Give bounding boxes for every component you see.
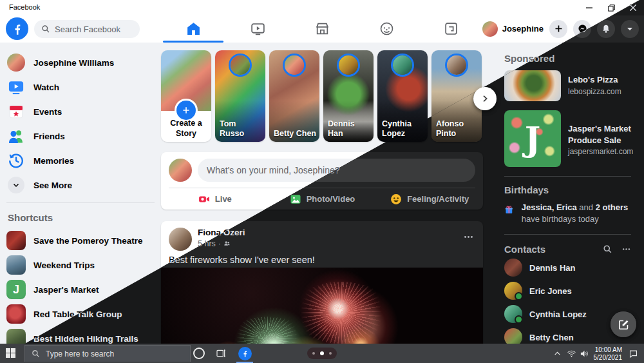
live-video-button[interactable]: Live (161, 188, 269, 210)
create-button[interactable] (549, 20, 567, 38)
events-calendar-icon (6, 102, 26, 121)
profile-chip[interactable]: Josephine (482, 21, 544, 37)
caret-down-icon (625, 25, 634, 34)
contact-avatar (504, 328, 522, 344)
sidebar-divider (6, 202, 155, 203)
facebook-app-window: Facebook (0, 0, 644, 363)
taskbar-facebook-app[interactable] (236, 344, 254, 363)
sidebar-item-friends[interactable]: Friends (0, 124, 161, 148)
create-story-card[interactable]: Create aStory (161, 50, 211, 142)
new-message-button[interactable] (611, 311, 636, 337)
sidebar-item-events[interactable]: Events (0, 99, 161, 124)
start-button[interactable] (6, 348, 15, 358)
post-image-fireworks[interactable] (161, 268, 483, 344)
online-dot (515, 315, 523, 324)
ad-image (504, 70, 561, 101)
minimize-button[interactable] (578, 0, 600, 15)
shortcut-weekend-trips[interactable]: Weekend Trips (0, 253, 161, 277)
marketplace-storefront-icon (314, 21, 330, 37)
task-view-button[interactable] (213, 344, 229, 363)
story-tom-russo[interactable]: Tom Russo (215, 50, 265, 142)
compose-pencil-icon (618, 319, 630, 331)
shortcut-thumbnail (6, 280, 26, 299)
live-video-icon (198, 193, 211, 206)
task-view-icon (216, 348, 226, 358)
stories-next-button[interactable] (473, 87, 497, 110)
contact-eric-jones[interactable]: Eric Jones (495, 279, 640, 302)
plus-icon (554, 24, 564, 34)
story-author-avatar (229, 54, 252, 77)
chevron-down-icon (8, 177, 24, 193)
taskbar-search-input[interactable]: Type here to search (24, 345, 191, 362)
sidebar-item-memories[interactable]: Memories (0, 148, 161, 173)
post-author-avatar[interactable] (169, 228, 192, 251)
volume-icon (580, 349, 589, 358)
dot (329, 352, 332, 355)
home-icon (185, 21, 202, 37)
bell-icon (601, 24, 611, 34)
online-dot (515, 292, 523, 300)
story-author-avatar (337, 54, 360, 77)
shortcut-pomeroy-theatre[interactable]: Save the Pomeroy Theatre (0, 228, 161, 253)
contacts-more-icon[interactable] (621, 244, 631, 254)
story-author-avatar (283, 54, 306, 77)
sidebar-item-profile[interactable]: Josephine Williams (0, 50, 161, 75)
dot (312, 352, 315, 355)
memories-clock-icon (6, 151, 26, 170)
tab-gaming[interactable] (419, 15, 483, 42)
tab-home[interactable] (161, 15, 225, 42)
search-input[interactable]: Search Facebook (34, 20, 140, 38)
rail-divider (504, 234, 631, 235)
volume-button[interactable] (577, 344, 591, 363)
action-center-button[interactable] (625, 344, 641, 363)
wifi-icon (567, 349, 576, 358)
gift-icon (504, 202, 514, 218)
friends-icon (6, 126, 26, 146)
sidebar-item-watch[interactable]: Watch (0, 75, 161, 99)
friends-privacy-icon (223, 240, 231, 247)
facebook-app-icon (238, 347, 252, 360)
tab-groups[interactable] (354, 15, 419, 42)
tab-watch[interactable] (225, 15, 290, 42)
rail-divider (504, 176, 631, 177)
search-icon (41, 25, 50, 34)
feeling-activity-button[interactable]: Feeling/Activity (375, 188, 483, 210)
clock-date: 5/20/2021 (591, 354, 622, 362)
birthday-text: Jessica, Erica and 2 others have birthda… (522, 202, 631, 225)
ad-image (504, 110, 561, 167)
contacts-title: Contacts (504, 244, 603, 255)
watch-video-icon (250, 21, 266, 37)
cortana-button[interactable] (191, 344, 207, 363)
top-nav: Search Facebook (0, 15, 644, 43)
groups-icon (379, 21, 395, 37)
sponsored-ad-lebos-pizza[interactable]: Lebo's Pizza lebospizza.com (504, 70, 635, 101)
sidebar-item-see-more[interactable]: See More (0, 173, 161, 197)
story-dennis-han[interactable]: Dennis Han (323, 50, 374, 142)
show-hidden-icons-button[interactable] (550, 344, 564, 363)
window-title: Facebook (9, 3, 40, 11)
search-icon (32, 349, 40, 358)
contact-avatar (504, 259, 522, 277)
shortcut-thumbnail (6, 329, 26, 344)
notifications-button[interactable] (597, 20, 615, 38)
contacts-search-icon[interactable] (603, 244, 612, 254)
dot-active (320, 351, 324, 355)
tab-marketplace[interactable] (290, 15, 354, 42)
right-rail: Sponsored Lebo's Pizza lebospizza.com Ja… (495, 43, 640, 344)
window-titlebar: Facebook (0, 0, 644, 15)
network-button[interactable] (564, 344, 578, 363)
story-betty-chen[interactable]: Betty Chen (269, 50, 319, 142)
composer-avatar[interactable] (169, 159, 192, 182)
taskbar-clock[interactable]: 10:00 AM 5/20/2021 (591, 346, 622, 362)
gaming-icon (443, 21, 459, 37)
account-menu-button[interactable] (621, 20, 639, 38)
windows-logo-icon (6, 348, 15, 358)
post-options-button[interactable] (463, 231, 474, 242)
birthdays-row[interactable]: Jessica, Erica and 2 others have birthda… (504, 202, 631, 225)
facebook-logo[interactable] (6, 17, 28, 40)
profile-avatar (7, 54, 25, 72)
sponsored-ad-jaspers-market[interactable]: Jasper's Market Produce Sale jaspersmark… (504, 110, 635, 167)
story-author-avatar (391, 54, 414, 77)
action-center-icon (629, 349, 638, 358)
contact-dennis-han[interactable]: Dennis Han (495, 256, 640, 279)
